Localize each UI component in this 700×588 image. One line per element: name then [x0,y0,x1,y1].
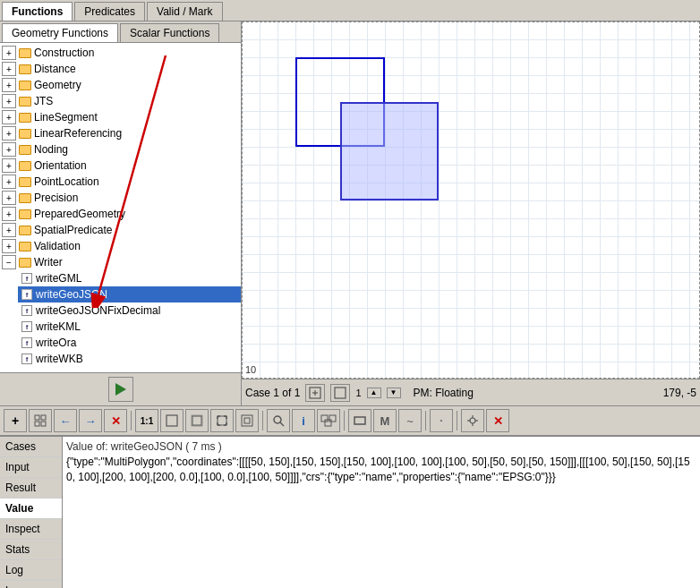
svg-rect-11 [192,416,201,425]
left-panel-tabs: Geometry Functions Scalar Functions [0,21,241,43]
toolbar-polygon-button[interactable]: M [373,409,397,432]
toolbar-reset-zoom-button[interactable]: 1:1 [135,409,158,432]
svg-rect-22 [242,415,252,426]
folder-icon-preparedgeometry [18,207,32,221]
toolbar-view-button3[interactable] [235,409,259,432]
expand-spatialpredicate[interactable] [2,223,16,237]
expand-linesegment[interactable] [2,110,16,124]
expand-jts[interactable] [2,94,16,108]
label-jts: JTS [34,95,53,107]
expand-geometry[interactable] [2,78,16,92]
search-icon [272,414,285,427]
svg-point-30 [470,418,475,423]
run-button[interactable] [108,377,133,402]
toolbar-view-button2[interactable] [185,409,209,432]
tab-input[interactable]: Input [0,457,62,478]
label-distance: Distance [34,63,76,75]
case-up-button[interactable]: ▲ [367,388,381,398]
tree-item-pointlocation[interactable]: PointLocation [0,174,241,190]
expand-linearreferencing[interactable] [2,126,16,141]
toolbar-forward-button[interactable]: → [79,409,102,432]
tree-item-writeora[interactable]: f writeOra [18,335,241,351]
shape-container [242,21,700,379]
tree-item-writewkb[interactable]: f writeWKB [18,351,241,367]
tree-item-writegml[interactable]: f writeGML [18,270,241,286]
tree-item-writer[interactable]: Writer [0,254,241,270]
label-precision: Precision [34,192,78,204]
case-number: 1 [355,388,361,398]
case-export-button[interactable] [305,384,325,402]
tree-item-precision[interactable]: Precision [0,190,241,206]
folder-icon-distance [18,62,32,76]
tree-item-orientation[interactable]: Orientation [0,158,241,174]
tree-item-distance[interactable]: Distance [0,61,241,77]
tree-item-writekml[interactable]: f writeKML [18,319,241,335]
tree-item-construction[interactable]: Construction [0,45,241,61]
zoom-fit-icon [216,414,228,427]
tab-log[interactable]: Log [0,560,62,581]
toolbar-wave-button[interactable]: ~ [398,409,422,432]
toolbar-crosshair-button[interactable] [461,409,484,432]
toolbar-segments-button[interactable] [317,409,340,432]
toolbar-info-button[interactable]: i [292,409,315,432]
toolbar-delete-button[interactable]: ✕ [104,409,127,432]
expand-pointlocation[interactable] [2,175,16,189]
tree-item-linearreferencing[interactable]: LinearReferencing [0,125,241,141]
tab-predicates[interactable]: Predicates [74,2,145,21]
folder-icon-noding [18,142,32,157]
segments-icon [320,414,337,427]
tree-item-writegeojson[interactable]: f writeGeoJSON [18,286,241,303]
svg-rect-6 [35,415,39,420]
expand-distance[interactable] [2,62,16,76]
toolbar-zoom-fit-button[interactable] [210,409,234,432]
tab-inspect[interactable]: Inspect [0,519,62,540]
tab-geometry-functions[interactable]: Geometry Functions [2,23,118,42]
tree-item-geometry[interactable]: Geometry [0,77,241,93]
expand-writer[interactable] [2,255,16,269]
expand-construction[interactable] [2,46,16,60]
expand-validation[interactable] [2,239,16,253]
toolbar-search-button[interactable] [267,409,290,432]
func-icon-writegeojson: f [20,287,34,302]
toolbar-sep2 [262,411,263,430]
expand-orientation[interactable] [2,158,16,173]
bottom-panel: Cases Input Result Value Inspect Stats L… [0,436,700,588]
toolbar-back-button[interactable]: ← [54,409,77,432]
tab-functions[interactable]: Functions [2,2,73,21]
tree-item-spatialpredicate[interactable]: SpatialPredicate [0,222,241,238]
expand-noding[interactable] [2,142,16,157]
tab-result[interactable]: Result [0,478,62,499]
expand-precision[interactable] [2,191,16,205]
tab-stats[interactable]: Stats [0,540,62,560]
toolbar-view-button1[interactable] [160,409,184,432]
tree-item-noding[interactable]: Noding [0,141,241,158]
label-writewkb: writeWKB [36,353,83,365]
folder-icon-construction [18,46,32,60]
bottom-content-area: Value of: writeGeoJSON ( 7 ms ) {"type":… [63,437,700,588]
expand-preparedgeometry[interactable] [2,207,16,221]
tab-value[interactable]: Value [0,499,62,519]
tree-item-linesegment[interactable]: LineSegment [0,109,241,125]
tree-item-writegeojsonfixdecimal[interactable]: f writeGeoJSONFixDecimal [18,303,241,319]
tab-valid-mark[interactable]: Valid / Mark [147,2,222,21]
toolbar-add-button[interactable]: + [4,409,27,432]
tab-scalar-functions[interactable]: Scalar Functions [120,23,219,42]
case-nav-button[interactable] [330,384,350,402]
tree-item-validation[interactable]: Validation [0,238,241,254]
toolbar-close-button[interactable]: ✕ [486,409,509,432]
label-writegml: writeGML [36,272,81,285]
folder-icon-linearreferencing [18,126,32,141]
toolbar-grid-button[interactable] [29,409,52,432]
svg-rect-12 [192,415,202,426]
tab-layers[interactable]: Layers [0,581,62,588]
func-icon-writekml: f [20,320,34,334]
folder-icon-jts [18,94,32,108]
tree-item-jts[interactable]: JTS [0,93,241,109]
toolbar-rect-button[interactable] [348,409,371,432]
label-construction: Construction [34,47,94,59]
tab-cases[interactable]: Cases [0,437,62,457]
case-down-button[interactable]: ▼ [387,388,401,398]
tree-item-preparedgeometry[interactable]: PreparedGeometry [0,206,241,222]
folder-icon-precision [18,191,32,205]
toolbar-point-button[interactable]: · [430,409,453,432]
